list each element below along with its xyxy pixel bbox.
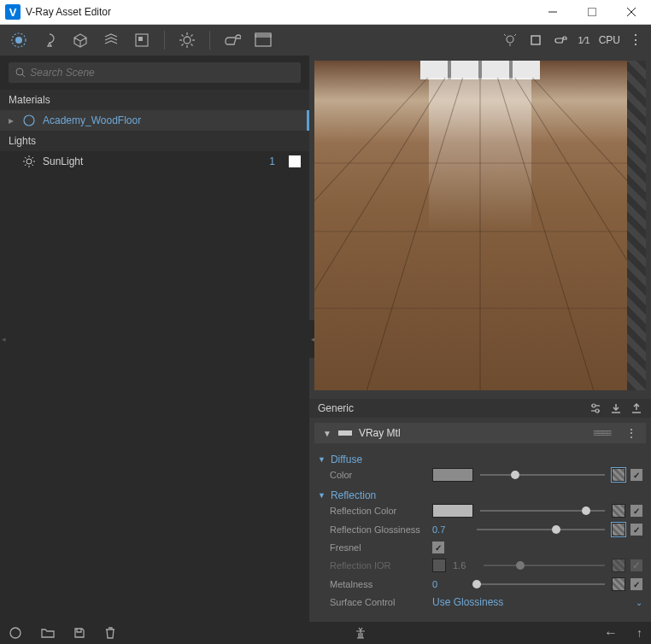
svg-line-32	[25, 157, 26, 159]
render-button-icon[interactable]	[224, 32, 241, 49]
svg-line-20	[504, 34, 506, 36]
lights-section-header[interactable]: Lights	[0, 131, 309, 151]
panel-title: Generic	[318, 402, 589, 414]
collapse-arrow-icon[interactable]: ▼	[323, 429, 331, 438]
open-folder-icon[interactable]	[41, 627, 55, 639]
diffuse-color-slider[interactable]	[480, 468, 605, 482]
light-color-swatch[interactable]	[289, 155, 301, 167]
stop-icon[interactable]	[527, 32, 544, 49]
search-icon	[15, 67, 25, 78]
window-title: V-Ray Asset Editor	[26, 6, 533, 18]
ior-lock-icon[interactable]	[432, 559, 446, 572]
reflection-color-slider[interactable]	[480, 504, 605, 518]
reflection-gloss-enable-checkbox[interactable]: ✓	[630, 524, 642, 536]
search-input[interactable]	[30, 67, 294, 79]
new-asset-icon[interactable]	[9, 626, 22, 640]
diffuse-enable-checkbox[interactable]: ✓	[630, 469, 642, 481]
material-menu-icon[interactable]: ⋮	[625, 426, 637, 440]
lights-tab-icon[interactable]	[41, 32, 58, 49]
menu-dots-icon[interactable]: ⋮	[629, 36, 642, 44]
svg-line-41	[314, 78, 428, 390]
chevron-down-icon[interactable]: ⌄	[636, 598, 642, 607]
lightbulb-icon[interactable]	[501, 32, 519, 49]
geometry-tab-icon[interactable]	[72, 32, 89, 49]
svg-line-16	[182, 44, 184, 45]
svg-line-21	[514, 34, 516, 36]
load-preset-icon[interactable]	[630, 402, 642, 414]
svg-point-5	[15, 37, 22, 44]
svg-rect-1	[589, 9, 596, 16]
svg-line-15	[191, 35, 192, 37]
drag-grip-icon[interactable]: ≡≡≡≡	[593, 427, 610, 439]
render-mode[interactable]: CPU	[599, 34, 620, 46]
material-type-icon	[338, 429, 352, 437]
metalness-value[interactable]: 0	[432, 579, 470, 589]
reflection-ior-label: Reflection IOR	[330, 560, 425, 571]
material-preview[interactable]	[314, 61, 646, 390]
expand-arrow-icon[interactable]: ▸	[9, 114, 15, 126]
svg-line-34	[32, 157, 34, 159]
metalness-slider[interactable]	[477, 577, 605, 591]
textures-tab-icon[interactable]	[133, 32, 150, 49]
material-item-academy-woodfloor[interactable]: ▸ Academy_WoodFloor	[0, 110, 309, 131]
reflection-gloss-label: Reflection Glossiness	[330, 524, 425, 535]
surface-control-dropdown[interactable]: Use Glossiness	[432, 596, 629, 608]
save-preset-icon[interactable]	[610, 402, 622, 414]
frame-buffer-icon[interactable]	[255, 32, 272, 49]
save-icon[interactable]	[73, 627, 85, 639]
fresnel-checkbox[interactable]: ✓	[432, 542, 444, 553]
metalness-enable-checkbox[interactable]: ✓	[630, 578, 642, 590]
materials-tab-icon[interactable]	[10, 32, 27, 49]
search-input-wrap[interactable]	[9, 62, 301, 83]
maximize-button[interactable]	[572, 0, 612, 25]
chevron-down-icon: ▼	[318, 491, 326, 500]
app-logo: V	[5, 4, 21, 20]
reflection-ior-slider	[484, 559, 605, 572]
diffuse-color-swatch[interactable]	[432, 468, 473, 482]
reflection-color-swatch[interactable]	[432, 504, 473, 518]
reflection-section-header[interactable]: ▼ Reflection	[318, 489, 642, 501]
light-item-sunlight[interactable]: SunLight 1	[0, 151, 309, 172]
delete-icon[interactable]	[104, 626, 116, 640]
reflection-color-texture-button[interactable]	[612, 504, 625, 518]
diffuse-color-label: Color	[330, 470, 425, 480]
metalness-label: Metalness	[330, 579, 425, 589]
reflection-gloss-value[interactable]: 0.7	[432, 524, 470, 535]
back-arrow-icon[interactable]: ←	[604, 625, 618, 641]
svg-line-39	[497, 78, 593, 390]
svg-line-25	[22, 74, 25, 77]
sun-icon	[22, 155, 36, 168]
minimize-button[interactable]	[533, 0, 572, 25]
settings-small-icon[interactable]	[589, 402, 601, 414]
purge-icon[interactable]	[354, 626, 367, 640]
up-arrow-icon[interactable]: ↑	[636, 626, 642, 640]
diffuse-section-header[interactable]: ▼ Diffuse	[318, 454, 642, 465]
reflection-gloss-texture-button[interactable]	[612, 523, 625, 536]
svg-point-48	[592, 404, 595, 407]
svg-rect-23	[531, 36, 540, 44]
svg-line-35	[25, 165, 26, 167]
svg-rect-54	[338, 430, 352, 436]
diffuse-texture-button[interactable]	[612, 468, 625, 482]
left-collapse-handle[interactable]: ◂	[0, 320, 7, 358]
svg-point-26	[24, 115, 34, 126]
settings-tab-icon[interactable]	[179, 32, 196, 49]
fresnel-label: Fresnel	[330, 542, 425, 553]
teapot-icon[interactable]	[553, 32, 570, 49]
material-type-label: VRay Mtl	[359, 427, 401, 439]
surface-control-label: Surface Control	[330, 597, 425, 607]
close-button[interactable]	[612, 0, 651, 25]
svg-line-14	[191, 44, 192, 45]
svg-line-37	[367, 78, 462, 390]
render-elements-tab-icon[interactable]	[103, 32, 120, 49]
material-item-label: Academy_WoodFloor	[43, 114, 298, 126]
render-ratio[interactable]: 1⁄1	[578, 35, 590, 45]
svg-point-8	[184, 37, 191, 44]
svg-point-27	[26, 159, 32, 164]
reflection-color-enable-checkbox[interactable]: ✓	[630, 505, 642, 517]
metalness-texture-button[interactable]	[612, 577, 625, 591]
light-count: 1	[269, 155, 275, 167]
materials-section-header[interactable]: Materials	[0, 90, 309, 110]
reflection-gloss-slider[interactable]	[477, 523, 605, 536]
svg-line-13	[182, 35, 184, 37]
